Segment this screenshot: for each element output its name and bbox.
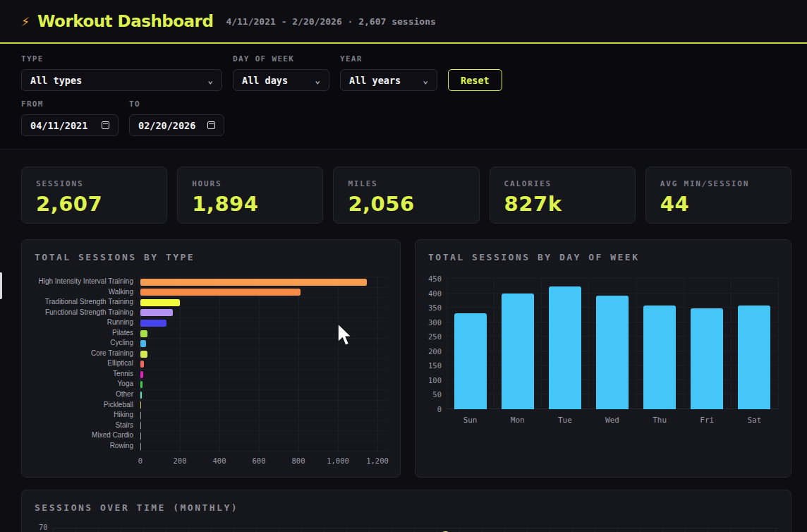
chart-title: TOTAL SESSIONS BY TYPE [35,252,387,262]
header: ⚡ Workout Dashboard 4/11/2021 - 2/20/202… [0,0,807,44]
date-range-summary: 4/11/2021 - 2/20/2026 · 2,607 sessions [226,16,435,27]
bar-slot [447,279,494,409]
type-select-value: All types [30,75,82,86]
gridline-v [437,528,437,532]
gridline-v [233,528,234,532]
to-date-value: 02/20/2026 [138,120,195,131]
day-select-value: All days [242,75,288,86]
scrollbar-thumb[interactable] [0,272,2,299]
sessions-by-day-chart: TOTAL SESSIONS BY DAY OF WEEK 0501001502… [415,239,791,478]
x-tick-label: 400 [213,457,226,465]
bar-yoga[interactable] [140,381,142,388]
bar-wed[interactable] [596,296,629,409]
bolt-icon: ⚡ [21,13,30,30]
x-tick-label: Fri [684,416,731,425]
category-label: Yoga [35,379,138,389]
y-tick-label: 300 [428,318,442,327]
y-tick-label: 200 [428,347,442,356]
gridline-v [143,528,144,532]
bar-slot [541,279,588,409]
gridline-v [662,528,663,532]
year-select-value: All years [349,75,401,86]
day-of-week-select[interactable]: All days ⌄ [233,69,329,91]
bar-row [140,308,387,319]
x-tick-label: Wed [588,416,636,425]
category-label: Traditional Strength Training [35,297,138,308]
gridline-v [482,528,483,532]
bar-core-training[interactable] [140,351,147,358]
calendar-icon[interactable] [102,121,109,129]
type-select[interactable]: All types ⌄ [21,69,222,91]
year-select[interactable]: All years ⌄ [340,69,437,91]
gridline-v [595,528,595,532]
bar-tue[interactable] [549,286,581,409]
bar-elliptical[interactable] [140,361,144,368]
bar-sat[interactable] [738,306,770,409]
bar-slot [684,279,731,409]
year-filter-label: YEAR [340,54,437,64]
y-tick-label: 450 [428,274,442,283]
bar-pickleball[interactable] [140,401,141,409]
bar-rowing[interactable] [140,443,141,450]
bar-row [140,277,387,288]
gridline-v [527,528,528,532]
day-chart-yaxis: 050100150200250300350400450 [428,279,447,409]
stat-label: CALORIES [504,179,621,188]
bar-hiking[interactable] [140,412,141,419]
bar-stairs[interactable] [140,422,141,429]
x-tick-label: 1,000 [327,457,349,465]
bar-fri[interactable] [691,308,723,409]
y-tick-label: 400 [428,289,442,298]
bar-traditional-strength-training[interactable] [140,299,180,306]
type-chart-plot [140,277,387,452]
gridline-v [459,528,460,532]
from-date-input[interactable]: 04/11/2021 [21,114,119,136]
bar-row [140,380,387,390]
gridline-v [211,528,212,532]
bar-slot [494,279,541,409]
x-tick-label: Thu [636,416,684,425]
gridline-v [685,528,686,532]
chevron-down-icon: ⌄ [315,77,320,84]
category-label: Elliptical [35,358,138,369]
bar-row [140,442,387,452]
y-tick-label: 100 [428,376,442,385]
bar-row [140,431,387,442]
bar-row [140,298,387,308]
gridline-v [324,528,324,532]
to-date-input[interactable]: 02/20/2026 [129,114,224,136]
stat-value: 44 [660,192,777,216]
reset-button[interactable]: Reset [448,69,502,91]
gridline-v [301,528,302,532]
bar-other[interactable] [140,392,142,399]
bar-row [140,421,387,432]
bar-functional-strength-training[interactable] [140,309,173,316]
bar-cycling[interactable] [140,340,146,347]
gridline-v [121,528,121,532]
sessions-by-type-chart: TOTAL SESSIONS BY TYPE High Intensity In… [21,239,401,478]
x-tick-label: Sat [731,416,778,425]
gridline-v [256,528,257,532]
category-label: Cycling [35,338,138,349]
gridline-v [504,528,505,532]
bar-running[interactable] [140,320,166,327]
stat-card-avg-min: AVG MIN/SESSION 44 [645,167,791,224]
filter-bar: TYPE All types ⌄ DAY OF WEEK All days ⌄ … [0,44,807,150]
bar-thu[interactable] [643,306,676,409]
bar-walking[interactable] [140,289,301,296]
bar-sun[interactable] [454,313,487,409]
category-label: Core Training [35,349,138,359]
stat-label: AVG MIN/SESSION [660,179,777,188]
to-date-label: TO [129,99,224,109]
bar-mon[interactable] [502,294,534,409]
calendar-icon[interactable] [207,121,215,129]
category-label: Rowing [35,441,138,452]
gridline-v [550,528,550,532]
bar-tennis[interactable] [140,371,143,378]
category-label: Other [35,389,138,400]
bar-high-intensity-interval-training[interactable] [140,279,367,286]
stat-value: 1,894 [192,192,308,216]
stat-card-sessions: SESSIONS 2,607 [21,167,167,224]
bar-mixed-cardio[interactable] [140,433,141,440]
bar-pilates[interactable] [140,330,147,337]
